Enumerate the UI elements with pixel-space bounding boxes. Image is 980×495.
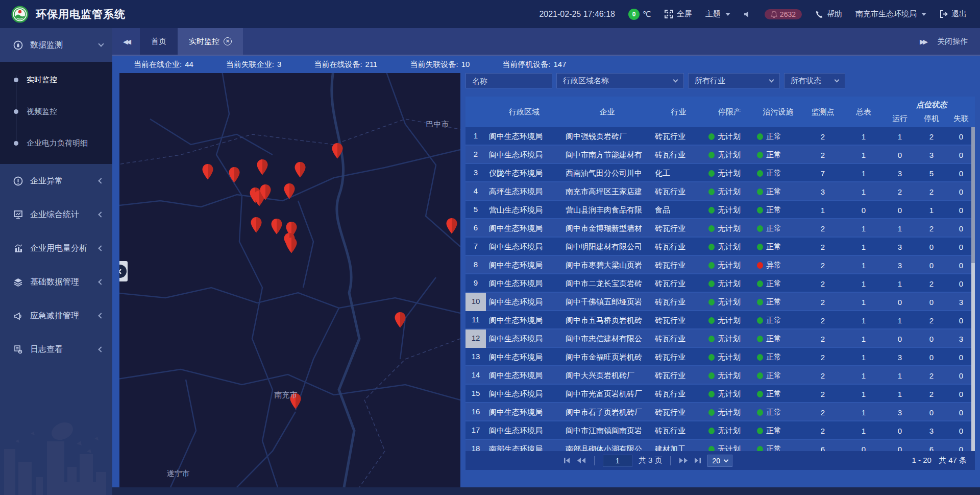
- tab-home[interactable]: 首页: [140, 28, 178, 55]
- table-row[interactable]: 10 阆中生态环境局 阆中千佛镇五郎垭页岩 砖瓦行业 无计划 正常 2: [465, 293, 975, 311]
- sidebar-item-enterprise-abnormal[interactable]: 企业异常: [0, 164, 112, 198]
- last-page-button[interactable]: [694, 457, 701, 464]
- map-collapse-button[interactable]: [119, 261, 128, 281]
- tabs-scroll-right-button[interactable]: ▶▶: [920, 38, 926, 45]
- scrollbar-thumb[interactable]: [971, 127, 975, 263]
- close-operations-button[interactable]: 关闭操作: [937, 37, 968, 46]
- map-pin[interactable]: [250, 217, 263, 235]
- industry-select[interactable]: 所有行业: [688, 73, 780, 88]
- sidebar-item-enterprise-statistics[interactable]: 企业综合统计: [0, 198, 112, 231]
- table-row[interactable]: 6 阆中生态环境局 阆中市金博瑞新型墙材 砖瓦行业 无计划 正常 2: [465, 219, 975, 238]
- cell-row-number: 7: [465, 238, 486, 256]
- status-dot-green: [708, 207, 715, 214]
- status-dot: [757, 428, 763, 434]
- gauge-icon: [13, 40, 23, 50]
- bell-icon: [771, 11, 777, 18]
- theme-dropdown[interactable]: 主题: [705, 9, 730, 19]
- map-pin[interactable]: [259, 184, 273, 203]
- map-pin[interactable]: [270, 218, 284, 237]
- sound-toggle[interactable]: [744, 11, 751, 18]
- map-pin[interactable]: [293, 161, 307, 180]
- cell-row-number: 1: [465, 127, 486, 146]
- map-pin[interactable]: [228, 167, 241, 185]
- sidebar-item-power-analysis[interactable]: 企业用电量分析: [0, 231, 112, 265]
- cell-region: 阆中生态环境局: [486, 242, 562, 252]
- cell-region: 阆中生态环境局: [486, 389, 562, 399]
- fullscreen-icon: [665, 10, 673, 18]
- sidebar-item-emergency-reduction[interactable]: 应急减排管理: [0, 299, 112, 333]
- org-dropdown[interactable]: 南充市生态环境局: [855, 9, 926, 19]
- map-panel[interactable]: 巴中市南充市遂宁市: [119, 73, 460, 487]
- table-row[interactable]: 4 高坪生态环境局 南充市高坪区王家店建 砖瓦行业 无计划 正常 3: [465, 182, 975, 201]
- cell-region: 阆中生态环境局: [486, 297, 562, 307]
- table-row[interactable]: 7 阆中生态环境局 阆中明阳建材有限公司 砖瓦行业 无计划 正常 2: [465, 238, 975, 256]
- fullscreen-button[interactable]: 全屏: [665, 9, 692, 19]
- cell-limit-status: 无计划: [705, 334, 754, 344]
- cell-meters: 1: [843, 224, 884, 233]
- status-label: 当前失联设备:: [410, 60, 458, 69]
- logout-button[interactable]: 退出: [940, 9, 967, 19]
- region-select[interactable]: 行政区域名称: [556, 73, 684, 88]
- map-pin[interactable]: [201, 163, 215, 182]
- sidebar-item-video-monitoring[interactable]: 视频监控: [0, 96, 112, 127]
- cell-meters: 1: [843, 316, 884, 325]
- table-row[interactable]: 3 仪陇生态环境局 西南油气田分公司川中 化工 无计划 正常 7: [465, 164, 975, 182]
- table-row[interactable]: 17 阆中生态环境局 阆中市江南镇阆南页岩 砖瓦行业 无计划 正常 2: [465, 421, 975, 440]
- page-number-input[interactable]: [603, 455, 632, 467]
- first-page-button[interactable]: [564, 457, 571, 464]
- help-button[interactable]: 帮助: [815, 9, 842, 19]
- cell-region: 阆中生态环境局: [486, 352, 562, 362]
- total-pages-label: 共 3 页: [639, 456, 663, 465]
- sidebar-item-power-load-detail[interactable]: 企业电力负荷明细: [0, 127, 112, 159]
- cell-meters: 1: [843, 353, 884, 362]
- chevron-down-icon: [835, 77, 840, 82]
- table-row[interactable]: 12 阆中生态环境局 阆中市忠信建材有限公 砖瓦行业 无计划 正常 2: [465, 329, 975, 348]
- chevron-left-icon: [98, 313, 104, 318]
- cell-company: 阆中强锐页岩砖厂: [562, 132, 652, 142]
- table-row[interactable]: 1 阆中生态环境局 阆中强锐页岩砖厂 砖瓦行业 无计划 正常 2: [465, 127, 975, 146]
- cell-offline: 0: [947, 132, 975, 141]
- app-header: 环保用电监管系统 2021-02-25 17:46:18 0 ℃ 全屏 主题: [0, 0, 980, 28]
- tabs-scroll-left-button[interactable]: ◀◀: [112, 28, 140, 55]
- table-row[interactable]: 9 阆中生态环境局 阆中市二龙长宝页岩砖 砖瓦行业 无计划 正常 2: [465, 274, 975, 293]
- cell-row-number: 10: [465, 293, 486, 311]
- tab-realtime-monitoring[interactable]: 实时监控 ✕: [178, 28, 243, 55]
- table-row[interactable]: 15 阆中生态环境局 阆中市光富页岩机砖厂 砖瓦行业 无计划 正常 2: [465, 385, 975, 403]
- cell-stop: 2: [916, 187, 947, 196]
- table-row[interactable]: 18 南部生态环境局 南部县砌体小湖有限公 建材加工 无计划 正常 6: [465, 440, 975, 451]
- notification-badge[interactable]: 2632: [765, 9, 802, 19]
- table-row[interactable]: 14 阆中生态环境局 阆中大兴页岩机砖厂 砖瓦行业 无计划 正常 2: [465, 366, 975, 385]
- status-select[interactable]: 所有状态: [784, 73, 845, 88]
- status-dot-green: [708, 372, 715, 379]
- map-pin[interactable]: [256, 159, 270, 178]
- map-pin[interactable]: [283, 183, 297, 202]
- table-row[interactable]: 2 阆中生态环境局 阆中市南方节能建材有 砖瓦行业 无计划 正常 2: [465, 146, 975, 164]
- map-pin[interactable]: [394, 312, 407, 331]
- sidebar-item-log-view[interactable]: 日志查看: [0, 333, 112, 366]
- sidebar-item-base-data[interactable]: 基础数据管理: [0, 265, 112, 299]
- cell-industry: 砖瓦行业: [652, 408, 705, 417]
- status-value: 44: [185, 60, 193, 69]
- sidebar-item-realtime-monitoring[interactable]: 实时监控: [0, 64, 112, 96]
- col-meters: 总表: [843, 107, 884, 117]
- tab-close-icon[interactable]: ✕: [224, 37, 232, 45]
- map-pin[interactable]: [445, 218, 459, 237]
- map-pin[interactable]: [285, 237, 299, 256]
- cell-stop: 2: [916, 316, 947, 325]
- page-size-select[interactable]: 20: [707, 455, 732, 467]
- map-pin[interactable]: [331, 143, 345, 161]
- table-row[interactable]: 13 阆中生态环境局 阆中市金福旺页岩机砖 砖瓦行业 无计划 正常 2: [465, 348, 975, 366]
- table-scrollbar[interactable]: [971, 127, 975, 451]
- name-search-input[interactable]: [465, 73, 552, 88]
- table-row[interactable]: 16 阆中生态环境局 阆中市石子页岩机砖厂 砖瓦行业 无计划 正常 2: [465, 403, 975, 421]
- cell-offline: 0: [947, 427, 975, 435]
- cell-industry: 砖瓦行业: [652, 389, 705, 399]
- table-row[interactable]: 8 阆中生态环境局 阆中市枣碧大梁山页岩 砖瓦行业 无计划 异常 2: [465, 256, 975, 274]
- table-row[interactable]: 5 营山生态环境局 营山县润丰肉食品有限 食品 无计划 正常 1: [465, 201, 975, 219]
- sidebar-item-data-monitoring[interactable]: 数据监测: [0, 28, 112, 62]
- table-row[interactable]: 11 阆中生态环境局 阆中市五马桥页岩机砖 砖瓦行业 无计划 正常 2: [465, 311, 975, 329]
- cell-stop: 2: [916, 390, 947, 398]
- next-page-button[interactable]: [679, 457, 688, 464]
- prev-page-button[interactable]: [577, 457, 586, 464]
- temperature-unit: ℃: [643, 10, 651, 19]
